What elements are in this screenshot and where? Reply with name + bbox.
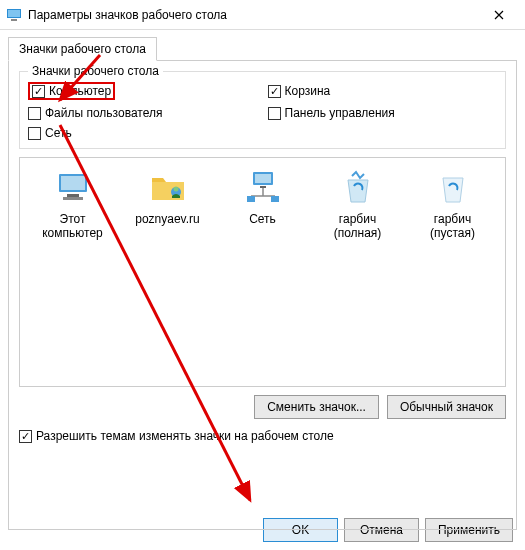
svg-rect-1	[8, 10, 20, 17]
highlight-computer: Компьютер	[28, 82, 115, 100]
close-button[interactable]	[479, 0, 519, 30]
svg-rect-14	[247, 196, 255, 202]
label-recycle[interactable]: Корзина	[285, 84, 331, 98]
svg-rect-10	[255, 174, 271, 183]
svg-rect-15	[271, 196, 279, 202]
icon-item-bin-empty[interactable]: гарбич (пустая)	[410, 168, 495, 241]
svg-rect-2	[11, 19, 17, 21]
titlebar: Параметры значков рабочего стола	[0, 0, 525, 30]
network-icon	[243, 168, 283, 208]
checkbox-userfiles[interactable]	[28, 107, 41, 120]
checkbox-allow-themes[interactable]	[19, 430, 32, 443]
icon-item-user-folder[interactable]: poznyaev.ru	[125, 168, 210, 226]
svg-rect-4	[61, 176, 85, 190]
label-computer[interactable]: Компьютер	[49, 84, 111, 98]
tab-strip: Значки рабочего стола	[0, 30, 525, 60]
app-icon	[6, 7, 22, 23]
label-userfiles[interactable]: Файлы пользователя	[45, 106, 162, 120]
groupbox-title: Значки рабочего стола	[28, 64, 163, 78]
tab-panel: Значки рабочего стола Компьютер Корзина …	[8, 60, 517, 530]
label-allow-themes[interactable]: Разрешить темам изменять значки на рабоч…	[36, 429, 334, 443]
checkbox-controlpanel[interactable]	[268, 107, 281, 120]
recycle-bin-empty-icon	[433, 168, 473, 208]
icon-item-this-pc[interactable]: Этот компьютер	[30, 168, 115, 241]
checkbox-recycle[interactable]	[268, 85, 281, 98]
label-controlpanel[interactable]: Панель управления	[285, 106, 395, 120]
icon-preview-list[interactable]: Этот компьютер poznyaev.ru Сеть гарбич (…	[19, 157, 506, 387]
change-icon-button[interactable]: Сменить значок...	[254, 395, 379, 419]
icon-item-network[interactable]: Сеть	[220, 168, 305, 226]
checkbox-network[interactable]	[28, 127, 41, 140]
svg-rect-11	[260, 186, 266, 188]
default-icon-button[interactable]: Обычный значок	[387, 395, 506, 419]
user-folder-icon	[148, 168, 188, 208]
svg-rect-5	[67, 194, 79, 197]
checkbox-computer[interactable]	[32, 85, 45, 98]
this-pc-icon	[53, 168, 93, 208]
icon-item-bin-full[interactable]: гарбич (полная)	[315, 168, 400, 241]
window-title: Параметры значков рабочего стола	[28, 8, 479, 22]
svg-rect-6	[63, 197, 83, 200]
label-network[interactable]: Сеть	[45, 126, 72, 140]
tab-desktop-icons[interactable]: Значки рабочего стола	[8, 37, 157, 61]
icons-groupbox: Значки рабочего стола Компьютер Корзина …	[19, 71, 506, 149]
recycle-bin-full-icon	[338, 168, 378, 208]
svg-point-8	[173, 187, 178, 192]
